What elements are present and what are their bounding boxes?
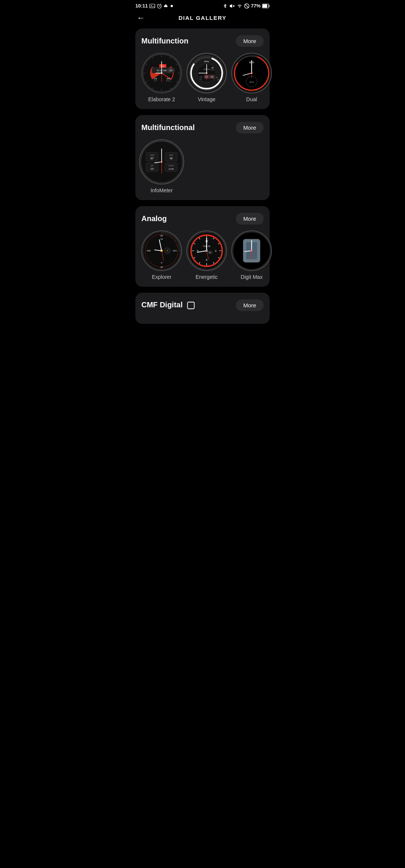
svg-text:6,240: 6,240: [169, 168, 174, 170]
dial-circle-energetic: 12 TUE 09 9 3 6 09: [186, 230, 227, 271]
section-header-multifunctional: Multifunctional More: [141, 122, 264, 133]
dial-item-vintage[interactable]: 80% AM PM 68 BPM JUL 09 00: [186, 53, 227, 102]
svg-rect-165: [188, 302, 194, 309]
status-right: 77%: [222, 3, 270, 9]
svg-rect-15: [263, 4, 267, 7]
svg-line-12: [245, 4, 249, 8]
page-title: DIAL GALLERY: [178, 15, 226, 21]
dial-item-energetic[interactable]: 12 TUE 09 9 3 6 09: [186, 230, 227, 280]
more-button-multifunction[interactable]: More: [236, 35, 264, 47]
section-multifunction: Multifunction More: [135, 28, 270, 109]
watch-face-dual: 80% 10:12: [232, 54, 271, 93]
svg-line-5: [158, 4, 158, 4]
alarm-icon: [157, 3, 162, 9]
cloud-icon: [164, 3, 169, 9]
more-button-analog[interactable]: More: [236, 213, 264, 224]
watch-face-vintage: 80% AM PM 68 BPM JUL 09 00: [187, 54, 226, 93]
svg-text:68: 68: [212, 67, 214, 69]
svg-point-43: [161, 72, 162, 74]
svg-text:BPM: BPM: [211, 69, 214, 71]
dials-row-multifunction: 10:12 AM 25° July 156 Kcal 80% Battery: [141, 53, 264, 102]
svg-text:09: 09: [200, 78, 202, 80]
svg-text:12: 12: [160, 238, 163, 240]
dial-circle-elaborate2: 10:12 AM 25° July 156 Kcal 80% Battery: [141, 53, 182, 93]
svg-line-6: [160, 4, 161, 4]
dial-item-elaborate2[interactable]: 10:12 AM 25° July 156 Kcal 80% Battery: [141, 53, 182, 102]
svg-text:KM: KM: [151, 165, 153, 167]
dial-circle-vintage: 80% AM PM 68 BPM JUL 09 00: [186, 53, 227, 93]
dial-item-dual[interactable]: 80% 10:12 Dual: [231, 53, 272, 102]
dial-label-vintage: Vintage: [198, 96, 215, 102]
svg-text:✦: ✦: [216, 76, 218, 79]
watch-face-elaborate2: 10:12 AM 25° July 156 Kcal 80% Battery: [142, 54, 181, 93]
svg-text:3.6: 3.6: [150, 168, 154, 170]
svg-point-95: [161, 162, 162, 163]
bluetooth-icon: [222, 3, 228, 9]
svg-text:25°: 25°: [170, 69, 172, 72]
dial-label-infometer: InfoMeter: [150, 187, 172, 193]
svg-text:156: 156: [154, 78, 157, 80]
svg-text:15: 15: [174, 249, 177, 252]
dial-label-digitmax: Digit Max: [241, 274, 262, 280]
watch-face-digitmax: [232, 231, 271, 270]
dials-row-multifunctional: TEMP 35° BPM 68 KM 3.6 STEPS 6,240: [141, 139, 264, 193]
dial-item-infometer[interactable]: TEMP 35° BPM 68 KM 3.6 STEPS 6,240: [141, 139, 182, 193]
svg-text:25: 25: [218, 79, 220, 81]
svg-text:6: 6: [161, 261, 162, 264]
content: Multifunction More: [129, 25, 276, 333]
section-title-multifunctional: Multifunctional: [141, 123, 195, 132]
watch-face-energetic: 12 TUE 09 9 3 6 09: [187, 231, 226, 270]
section-header-multifunction: Multifunction More: [141, 35, 264, 47]
section-title-cmfdigital: CMF Digital: [141, 301, 195, 310]
dial-circle-explorer: 00 15 30 45 12 6 9 3: [141, 230, 182, 271]
dot-icon: [170, 4, 173, 7]
dials-row-analog: 00 15 30 45 12 6 9 3: [141, 230, 264, 280]
back-button[interactable]: ←: [137, 13, 145, 23]
status-left: 10:11: [135, 3, 173, 9]
svg-point-64: [206, 72, 207, 74]
svg-marker-8: [230, 4, 232, 8]
svg-text:STEPS: STEPS: [168, 165, 174, 167]
more-button-multifunctional[interactable]: More: [236, 122, 264, 133]
svg-point-76: [251, 72, 252, 73]
svg-text:00: 00: [211, 76, 213, 78]
dial-label-elaborate2: Elaborate 2: [148, 96, 175, 102]
svg-text:09: 09: [209, 252, 211, 253]
section-cmfdigital: CMF Digital More: [135, 293, 270, 324]
svg-text:BPM: BPM: [170, 154, 173, 156]
dial-circle-infometer: TEMP 35° BPM 68 KM 3.6 STEPS 6,240: [139, 139, 184, 184]
watch-face-infometer: TEMP 35° BPM 68 KM 3.6 STEPS 6,240: [140, 140, 183, 184]
dial-circle-dual: 80% 10:12: [231, 53, 272, 93]
dial-label-dual: Dual: [246, 96, 257, 102]
cmfdigital-icon: [186, 301, 195, 310]
svg-point-124: [167, 250, 168, 251]
wifi-icon: [237, 3, 243, 9]
svg-text:80%: 80%: [167, 78, 171, 80]
section-multifunctional: Multifunctional More TEMP 35°: [135, 115, 270, 200]
svg-text:Battery: Battery: [166, 80, 171, 82]
section-analog: Analog More: [135, 206, 270, 287]
svg-rect-88: [165, 163, 177, 171]
svg-text:68: 68: [170, 157, 173, 160]
dial-item-explorer[interactable]: 00 15 30 45 12 6 9 3: [141, 230, 182, 280]
watch-face-explorer: 00 15 30 45 12 6 9 3: [142, 231, 181, 270]
dial-item-digitmax[interactable]: Digit Max: [231, 230, 272, 280]
svg-text:Kcal: Kcal: [154, 80, 157, 82]
svg-text:3: 3: [215, 249, 216, 253]
section-header-cmfdigital: CMF Digital More: [141, 299, 264, 311]
svg-text:35°: 35°: [150, 157, 154, 160]
svg-text:3: 3: [172, 249, 174, 252]
svg-text:6: 6: [206, 258, 207, 262]
top-bar: ← DIAL GALLERY: [129, 10, 276, 25]
svg-text:TEMP: TEMP: [150, 154, 154, 156]
battery-icon: [262, 4, 270, 8]
more-button-cmfdigital[interactable]: More: [236, 299, 264, 311]
svg-point-164: [251, 250, 252, 251]
status-bar: 10:11 77%: [129, 0, 276, 10]
section-header-analog: Analog More: [141, 213, 264, 224]
dnd-icon: [244, 3, 249, 9]
svg-text:9: 9: [149, 249, 151, 252]
section-title-multifunction: Multifunction: [141, 37, 189, 45]
svg-point-1: [151, 5, 152, 6]
svg-point-155: [206, 250, 207, 251]
